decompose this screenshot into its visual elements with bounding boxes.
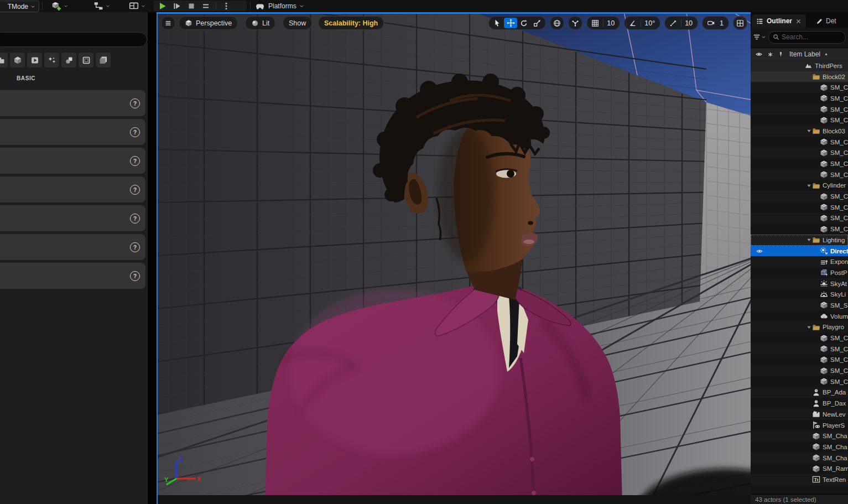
outliner-row[interactable]: BP_Ada — [751, 387, 848, 398]
camera-speed-value[interactable]: 1 — [719, 19, 727, 27]
outliner-row[interactable]: SM_C — [751, 169, 848, 180]
expand-arrow-icon[interactable] — [806, 183, 812, 189]
category-button[interactable] — [61, 53, 76, 67]
outliner-row[interactable]: Volum — [751, 311, 848, 322]
outliner-row[interactable]: SM_C — [751, 115, 848, 126]
category-button[interactable] — [96, 53, 111, 67]
outliner-row[interactable]: SkyLi — [751, 289, 848, 300]
outliner-row[interactable]: SkyAt — [751, 278, 848, 289]
chevron-down-icon[interactable] — [105, 4, 111, 8]
filter-button[interactable] — [753, 33, 766, 41]
outliner-row[interactable]: SM_C — [751, 224, 848, 235]
outliner-row[interactable]: SM_Cha — [751, 430, 848, 441]
scale-snap-toggle[interactable] — [667, 18, 680, 28]
chevron-down-icon[interactable] — [141, 4, 146, 8]
place-actors-search-input[interactable] — [0, 32, 147, 47]
placeable-item-row[interactable]: ? — [0, 263, 145, 289]
scalability-warning-button[interactable]: Scalability: High — [318, 16, 384, 30]
perspective-dropdown[interactable]: Perspective — [179, 16, 238, 30]
outliner-row[interactable]: Cylinder — [751, 180, 848, 191]
placeable-item-row[interactable]: ? — [0, 90, 145, 116]
category-button[interactable] — [0, 53, 8, 67]
outliner-row[interactable]: PostP — [751, 267, 848, 278]
expand-arrow-icon[interactable] — [806, 324, 812, 330]
outliner-row[interactable]: SM_C — [751, 344, 848, 355]
blueprints-icon[interactable] — [93, 1, 104, 11]
frame-skip-icon[interactable] — [173, 2, 181, 11]
grid-snap-toggle[interactable] — [589, 18, 602, 28]
outliner-row[interactable]: ThirdPers — [751, 60, 848, 71]
rotation-snap-toggle[interactable] — [626, 18, 639, 28]
placeable-item-row[interactable]: ? — [0, 119, 145, 145]
outliner-row[interactable]: SM_Ram — [751, 463, 848, 474]
category-button[interactable] — [44, 53, 59, 67]
scale-snap-value[interactable]: 10 — [681, 19, 696, 27]
outliner-row[interactable]: SM_C — [751, 93, 848, 104]
scale-tool-button[interactable] — [530, 18, 544, 28]
grid-snap-value[interactable]: 10 — [603, 19, 618, 27]
rotation-snap-value[interactable]: 10° — [641, 19, 658, 27]
maximize-viewport-button[interactable] — [733, 16, 747, 30]
outliner-row[interactable]: Playgro — [751, 322, 848, 333]
outliner-row[interactable]: SM_C — [751, 158, 848, 169]
outliner-row[interactable]: SM_C — [751, 213, 848, 224]
outliner-row[interactable]: SM_C — [751, 332, 848, 344]
play-options-icon[interactable] — [201, 2, 210, 11]
visibility-column-icon[interactable] — [755, 51, 763, 58]
pinned-column-icon[interactable] — [767, 51, 773, 58]
add-actor-cube-icon[interactable] — [51, 1, 62, 11]
outliner-row[interactable]: PlayerS — [751, 420, 848, 431]
outliner-search-input[interactable]: Search... — [768, 31, 846, 44]
expand-arrow-icon[interactable] — [806, 237, 812, 243]
editor-mode-dropdown[interactable]: TMode — [0, 1, 39, 12]
placeable-item-row[interactable]: ? — [0, 234, 145, 260]
close-icon[interactable] — [795, 18, 802, 24]
move-tool-button[interactable] — [504, 18, 517, 28]
placeable-item-row[interactable]: ? — [0, 205, 145, 231]
outliner-row[interactable]: SM_C — [751, 202, 848, 213]
outliner-row[interactable]: SM_Cha — [751, 453, 848, 464]
more-options-icon[interactable] — [222, 2, 231, 11]
play-icon[interactable] — [158, 2, 167, 11]
placeable-item-row[interactable]: ? — [0, 176, 145, 202]
outliner-row[interactable]: SM_C — [751, 82, 848, 93]
platforms-dropdown[interactable]: Platforms — [254, 0, 304, 12]
category-button[interactable] — [27, 53, 42, 67]
outliner-row[interactable]: SM_Cha — [751, 441, 848, 453]
outliner-row[interactable]: TtTextRen — [751, 474, 848, 485]
outliner-row[interactable]: Direct — [751, 246, 848, 257]
camera-speed-button[interactable] — [704, 18, 717, 28]
outliner-row[interactable]: SM_C — [751, 148, 848, 159]
outliner-row[interactable]: SM_C — [751, 191, 848, 202]
expand-arrow-icon[interactable] — [806, 128, 812, 134]
viewport-options-menu[interactable] — [161, 16, 175, 30]
stop-icon[interactable] — [187, 2, 196, 11]
outliner-row[interactable]: NewLev — [751, 409, 848, 420]
tab-outliner[interactable]: Outliner — [752, 14, 806, 28]
category-button[interactable] — [79, 53, 93, 67]
tab-details[interactable]: Det — [813, 14, 840, 28]
visibility-toggle[interactable] — [751, 248, 767, 254]
placeable-item-row[interactable]: ? — [0, 148, 145, 174]
outliner-row[interactable]: SM_C — [751, 137, 848, 148]
outliner-row[interactable]: SM_C — [751, 365, 848, 376]
outliner-row[interactable]: Expon — [751, 256, 848, 267]
surface-snapping-button[interactable] — [568, 16, 582, 30]
rotate-tool-button[interactable] — [517, 18, 530, 28]
outliner-row[interactable]: SM_S — [751, 300, 848, 311]
outliner-row[interactable]: Lighting — [751, 235, 848, 246]
pin-column-icon[interactable] — [778, 51, 784, 58]
outliner-row[interactable]: SM_C — [751, 104, 848, 115]
outliner-row[interactable]: BP_Dax — [751, 398, 848, 409]
show-flags-dropdown[interactable]: Show — [283, 16, 312, 30]
outliner-row[interactable]: SM_C — [751, 355, 848, 366]
outliner-row[interactable]: SM_C — [751, 376, 848, 387]
item-label-column[interactable]: Item Label — [789, 50, 820, 58]
level-viewport[interactable]: Perspective Lit Show Scalability: High — [157, 12, 751, 504]
chevron-down-icon[interactable] — [63, 4, 69, 8]
editor-layout-icon[interactable] — [128, 1, 139, 11]
outliner-row[interactable]: Block02 — [751, 71, 848, 82]
world-local-toggle[interactable] — [550, 16, 564, 30]
select-tool-button[interactable] — [491, 18, 504, 28]
view-mode-dropdown[interactable]: Lit — [245, 16, 275, 30]
